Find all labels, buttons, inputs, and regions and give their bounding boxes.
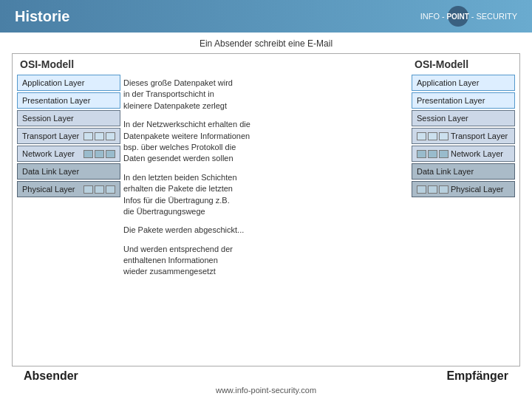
center-descriptions: Dieses große Datenpaket wird in der Tran…: [123, 58, 409, 361]
left-network-layer: Network Layer: [17, 146, 120, 162]
right-network-layer: Network Layer: [412, 146, 515, 162]
top-description: Ein Absender schreibt eine E-Mail: [12, 38, 520, 49]
left-datalink-layer: Data Link Layer: [17, 163, 120, 180]
sender-label: Absender: [24, 369, 78, 383]
right-datalink-layer: Data Link Layer: [412, 163, 515, 180]
packet-icon-5: [95, 150, 104, 158]
packet-icon-9: [106, 185, 115, 194]
bottom-labels: Absender Empfänger: [12, 366, 520, 383]
r-packet-7: [417, 185, 426, 194]
badge-suffix: - SECURITY: [471, 12, 517, 21]
left-transport-layer: Transport Layer: [17, 128, 120, 144]
packet-icon-3: [106, 132, 115, 140]
r-packet-8: [428, 185, 437, 194]
center-spacer: [123, 58, 409, 73]
header-badge: INFO - POINT - SECURITY: [420, 6, 517, 27]
r-packet-6: [439, 150, 449, 158]
badge-circle: POINT: [448, 6, 468, 27]
r-packet-1: [417, 132, 426, 140]
desc-block-4: Die Pakete werden abgeschickt...: [123, 225, 409, 236]
r-packet-3: [439, 132, 449, 140]
r-packet-5: [428, 150, 437, 158]
osi-diagram: OSI-Modell Application Layer Presentatio…: [12, 53, 520, 366]
packet-icon-6: [106, 150, 115, 158]
desc-block-2: In der Netzwerkschicht erhalten die Date…: [123, 119, 409, 165]
packet-icon-8: [95, 185, 104, 194]
right-presentation-layer: Presentation Layer: [412, 92, 515, 109]
right-physical-layer: Physical Layer: [412, 181, 515, 197]
desc-block-5: Und werden entsprechend der enthaltenen …: [123, 244, 409, 278]
packet-icon-1: [83, 132, 93, 140]
packet-icon-7: [83, 185, 93, 194]
website-url: www.info-point-security.com: [12, 383, 520, 396]
page-title: Historie: [15, 8, 69, 25]
desc-block-3: In den letzten beiden Schichten erhalten…: [123, 172, 409, 218]
osi-label-right: OSI-Modell: [412, 58, 515, 70]
left-application-layer: Application Layer: [17, 75, 120, 91]
desc-block-1: Dieses große Datenpaket wird in der Tran…: [123, 78, 409, 112]
receiver-label: Empfänger: [446, 369, 508, 383]
osi-label-left: OSI-Modell: [17, 58, 120, 70]
main-content: Ein Absender schreibt eine E-Mail OSI-Mo…: [0, 33, 532, 399]
right-transport-layer: Transport Layer: [412, 128, 515, 144]
osi-right: OSI-Modell Application Layer Presentatio…: [412, 58, 515, 361]
r-packet-9: [439, 185, 449, 194]
packet-icon-2: [95, 132, 104, 140]
left-presentation-layer: Presentation Layer: [17, 92, 120, 109]
left-session-layer: Session Layer: [17, 110, 120, 126]
r-packet-2: [428, 132, 437, 140]
header: Historie INFO - POINT - SECURITY: [0, 0, 532, 33]
left-physical-layer: Physical Layer: [17, 181, 120, 197]
right-session-layer: Session Layer: [412, 110, 515, 126]
badge-prefix: INFO -: [420, 12, 445, 21]
osi-left: OSI-Modell Application Layer Presentatio…: [17, 58, 120, 361]
packet-icon-4: [83, 150, 93, 158]
r-packet-4: [417, 150, 426, 158]
right-application-layer: Application Layer: [412, 75, 515, 91]
